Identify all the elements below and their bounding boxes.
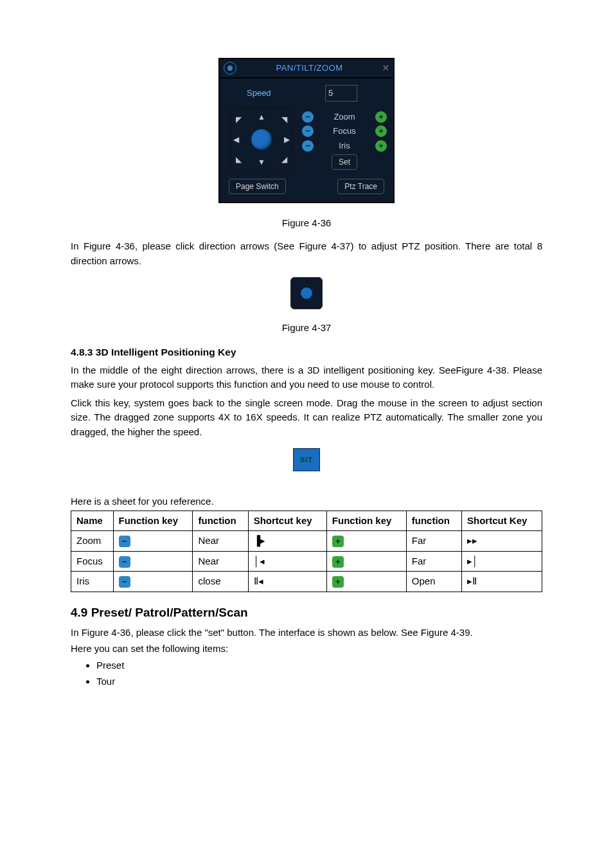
table-row: Zoom − Near ▐▸ + Far ▸▸ bbox=[71, 531, 542, 552]
arrow-down-icon[interactable]: ▼ bbox=[258, 156, 265, 168]
cell-sk: ▸▸ bbox=[462, 531, 542, 552]
cell-sk: ▸Ⅱ bbox=[462, 572, 542, 592]
bullet-list: Preset Tour bbox=[71, 658, 542, 689]
iris-label: Iris bbox=[314, 140, 375, 152]
th-func-key-1: Function key bbox=[113, 511, 193, 531]
paragraph-3d-key-a: In the middle of the eight direction arr… bbox=[71, 363, 542, 392]
arrow-up-icon[interactable]: ▲ bbox=[258, 111, 265, 123]
arrow-nw-icon[interactable]: ◤ bbox=[236, 114, 242, 125]
cell-sk: │◂ bbox=[248, 551, 326, 572]
plus-icon: + bbox=[332, 576, 344, 588]
cell-sk: Ⅱ◂ bbox=[248, 572, 326, 592]
cell-func: Far bbox=[406, 551, 461, 572]
cell-func: Near bbox=[193, 551, 248, 572]
speed-label: Speed bbox=[230, 87, 325, 100]
minus-icon: − bbox=[119, 556, 130, 568]
zoom-plus-button[interactable]: + bbox=[375, 111, 387, 123]
minus-icon: − bbox=[119, 536, 130, 547]
arrow-se-icon[interactable]: ◢ bbox=[281, 154, 287, 165]
page-switch-button[interactable]: Page Switch bbox=[229, 179, 286, 194]
table-row: Focus − Near │◂ + Far ▸│ bbox=[71, 551, 542, 572]
th-function-2: function bbox=[406, 511, 461, 531]
set-button[interactable]: Set bbox=[332, 154, 357, 170]
paragraph-ptz-intro: In Figure 4-36, please click direction a… bbox=[71, 239, 542, 268]
figure-caption-4-36: Figure 4-36 bbox=[71, 216, 542, 231]
direction-arrows-figure bbox=[290, 277, 323, 309]
minus-icon: − bbox=[119, 576, 130, 588]
arrow-ne-icon[interactable]: ◥ bbox=[281, 114, 287, 125]
arrow-sw-icon[interactable]: ◣ bbox=[236, 154, 242, 165]
th-name: Name bbox=[71, 511, 114, 531]
cell-name: Focus bbox=[71, 551, 114, 572]
zoom-minus-button[interactable]: − bbox=[302, 111, 314, 123]
th-func-key-2: Function key bbox=[326, 511, 406, 531]
paragraph-items-intro: Here you can set the following items: bbox=[71, 642, 542, 656]
direction-joystick[interactable]: ▲ ▼ ▶ ◀ ◥ ◤ ◢ ◣ bbox=[230, 108, 293, 171]
arrow-right-icon[interactable]: ▶ bbox=[284, 134, 290, 145]
cell-sk: ▐▸ bbox=[248, 531, 326, 552]
table-header-row: Name Function key function Shortcut key … bbox=[71, 511, 542, 531]
ptz-title: PAN/TILT/ZOOM bbox=[236, 62, 382, 75]
focus-plus-button[interactable]: + bbox=[375, 125, 387, 137]
cell-sk: ▸│ bbox=[462, 551, 542, 572]
focus-minus-button[interactable]: − bbox=[302, 125, 314, 137]
zoom-label: Zoom bbox=[314, 111, 375, 123]
cell-func: Open bbox=[406, 572, 461, 592]
cell-func: Far bbox=[406, 531, 461, 552]
ptz-trace-button[interactable]: Ptz Trace bbox=[337, 179, 384, 194]
th-shortcut-2: Shortcut Key bbox=[462, 511, 542, 531]
sit-key-figure: SIT bbox=[293, 448, 320, 471]
cell-func: Near bbox=[193, 531, 248, 552]
plus-icon: + bbox=[332, 536, 344, 547]
cell-name: Iris bbox=[71, 572, 114, 592]
speed-input[interactable]: 5 bbox=[325, 85, 357, 102]
arrow-left-icon[interactable]: ◀ bbox=[233, 134, 239, 145]
th-function-1: function bbox=[193, 511, 248, 531]
paragraph-set-intro: In Figure 4-36, please click the "set" b… bbox=[71, 626, 542, 640]
close-icon[interactable]: ✕ bbox=[382, 62, 389, 75]
plus-icon: + bbox=[332, 556, 344, 568]
paragraph-3d-key-b: Click this key, system goes back to the … bbox=[71, 396, 542, 440]
reference-table: Name Function key function Shortcut key … bbox=[71, 511, 542, 592]
sit-label: SIT bbox=[300, 455, 313, 466]
cell-func: close bbox=[193, 572, 248, 592]
section-heading-4-8-3: 4.8.3 3D Intelligent Positioning Key bbox=[71, 345, 542, 359]
iris-minus-button[interactable]: − bbox=[302, 140, 314, 152]
focus-label: Focus bbox=[314, 125, 375, 138]
ptz-panel: PAN/TILT/ZOOM ✕ Speed 5 ▲ ▼ ▶ ◀ ◥ bbox=[218, 58, 395, 203]
table-row: Iris − close Ⅱ◂ + Open ▸Ⅱ bbox=[71, 572, 542, 592]
th-shortcut-1: Shortcut key bbox=[248, 511, 326, 531]
list-item: Tour bbox=[96, 674, 542, 689]
sit-center-button[interactable] bbox=[251, 129, 272, 150]
figure-caption-4-37: Figure 4-37 bbox=[71, 321, 542, 336]
section-heading-4-9: 4.9 Preset/ Patrol/Pattern/Scan bbox=[71, 604, 542, 622]
camera-icon bbox=[224, 62, 236, 75]
iris-plus-button[interactable]: + bbox=[375, 140, 387, 152]
sheet-intro: Here is a sheet for you reference. bbox=[71, 494, 542, 509]
list-item: Preset bbox=[96, 658, 542, 673]
cell-name: Zoom bbox=[71, 531, 114, 552]
